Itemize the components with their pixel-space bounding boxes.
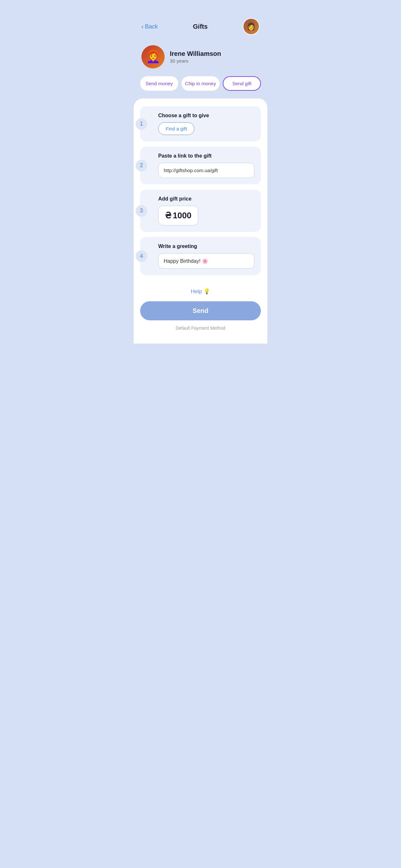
price-value: 1000 [173, 211, 191, 221]
step-2-label: Paste a link to the gift [158, 153, 254, 159]
find-gift-button[interactable]: Find a gift [158, 122, 194, 135]
top-avatar[interactable]: 👩 [243, 18, 259, 35]
step-3-number: 3 [135, 205, 147, 217]
header: ‹ Back Gifts 👩 [134, 0, 267, 40]
step-3-section: 3 Add gift price ₴ 1000 [140, 190, 261, 232]
tab-buttons: Send money Chip in money Send gift [134, 76, 267, 98]
back-chevron-icon: ‹ [142, 23, 144, 30]
gift-price-display[interactable]: ₴ 1000 [158, 206, 198, 225]
step-2-number: 2 [135, 160, 147, 172]
tab-send-gift[interactable]: Send gift [223, 76, 261, 91]
page-title: Gifts [193, 23, 208, 30]
step-2-section: 2 Paste a link to the gift [140, 147, 261, 184]
step-3-label: Add gift price [158, 196, 254, 202]
main-card: 1 Choose a gift to give Find a gift 2 Pa… [134, 98, 267, 344]
user-avatar: 👩‍🦰 [142, 45, 165, 68]
user-profile: 👩‍🦰 Irene Williamson 30 years [134, 40, 267, 76]
payment-method: Default Payment Method [140, 326, 261, 331]
user-name: Irene Williamson [170, 50, 221, 58]
phone-container: ‹ Back Gifts 👩 👩‍🦰 Irene Williamson 30 y… [134, 0, 267, 344]
send-button[interactable]: Send [140, 301, 261, 320]
user-info: Irene Williamson 30 years [170, 50, 221, 64]
tab-chip-in-money[interactable]: Chip in money [181, 76, 220, 91]
back-label: Back [145, 23, 158, 30]
back-button[interactable]: ‹ Back [142, 23, 158, 30]
greeting-input[interactable] [158, 253, 254, 269]
tab-send-money[interactable]: Send money [140, 76, 178, 91]
help-section: Help 💡 [140, 280, 261, 301]
top-avatar-image: 👩 [243, 19, 259, 34]
step-4-section: 4 Write a greeting [140, 237, 261, 275]
step-4-label: Write a greeting [158, 244, 254, 249]
user-age: 30 years [170, 58, 221, 64]
step-1-label: Choose a gift to give [158, 113, 254, 119]
gift-link-input[interactable] [158, 163, 254, 178]
step-4-number: 4 [135, 250, 147, 262]
step-1-number: 1 [135, 118, 147, 130]
step-1-section: 1 Choose a gift to give Find a gift [140, 106, 261, 142]
help-link[interactable]: Help 💡 [191, 288, 211, 294]
currency-symbol: ₴ [165, 211, 172, 221]
